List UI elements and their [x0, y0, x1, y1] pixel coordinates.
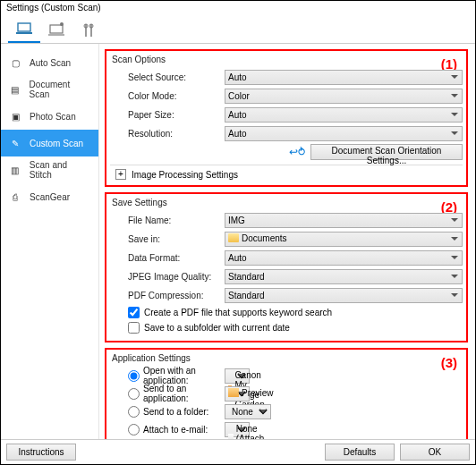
paper-size-dropdown[interactable]: Auto [225, 107, 463, 123]
sidebar-item-label: ScanGear [30, 192, 70, 202]
subfolder-date-checkbox[interactable] [128, 322, 140, 334]
annotation-3: (3) [441, 355, 457, 370]
sidebar-item-label: Document Scan [30, 80, 91, 99]
save-in-label: Save in: [110, 234, 225, 244]
pdf-keyword-search-label: Create a PDF file that supports keyword … [144, 308, 332, 317]
save-in-dropdown[interactable] [225, 232, 463, 247]
sidebar-item-document-scan[interactable]: ▤Document Scan [1, 76, 98, 103]
application-settings-title: Application Settings [110, 353, 463, 363]
sidebar-item-label: Scan and Stitch [30, 160, 91, 180]
toolbar-tab-scan-from-computer[interactable] [8, 18, 40, 43]
send-folder-label: Send to a folder: [143, 407, 208, 417]
svg-rect-2 [50, 25, 63, 33]
toolbar-tab-general[interactable] [72, 18, 105, 43]
bottom-bar: Instructions Defaults OK [1, 439, 475, 464]
instructions-button[interactable]: Instructions [6, 444, 76, 461]
open-with-dropdown[interactable] [225, 368, 250, 384]
select-source-label: Select Source: [110, 72, 225, 82]
pdf-compression-dropdown[interactable]: Standard [225, 288, 463, 303]
main-panel: (1) Scan Options Select Source:Auto Colo… [99, 44, 475, 439]
color-mode-dropdown[interactable]: Color [225, 89, 463, 104]
send-app-radio[interactable] [128, 388, 140, 400]
image-processing-label: Image Processing Settings [132, 170, 238, 180]
paper-size-label: Paper Size: [110, 110, 225, 120]
defaults-button[interactable]: Defaults [325, 444, 395, 461]
auto-scan-icon: ▢ [8, 58, 22, 68]
sidebar-item-scan-and-stitch[interactable]: ▥Scan and Stitch [1, 156, 98, 183]
open-with-label: Open with an application: [143, 366, 225, 385]
sidebar-item-label: Auto Scan [30, 58, 71, 68]
ok-button[interactable]: OK [400, 444, 470, 461]
data-format-label: Data Format: [110, 253, 225, 263]
data-format-dropdown[interactable]: Auto [225, 250, 463, 266]
sidebar-item-auto-scan[interactable]: ▢Auto Scan [1, 49, 98, 76]
send-app-label: Send to an application: [143, 384, 225, 403]
open-with-radio[interactable] [128, 370, 140, 382]
photo-scan-icon: ▣ [8, 112, 22, 122]
resolution-label: Resolution: [110, 129, 225, 139]
document-scan-icon: ▤ [8, 85, 22, 95]
sidebar: ▢Auto Scan ▤Document Scan ▣Photo Scan ✎C… [1, 44, 99, 439]
file-name-field[interactable]: IMG [225, 213, 463, 228]
toolbar [1, 17, 475, 44]
scan-stitch-icon: ▥ [8, 165, 22, 175]
select-source-dropdown[interactable]: Auto [225, 70, 463, 85]
scan-options-region: (1) Scan Options Select Source:Auto Colo… [105, 49, 468, 187]
svg-point-4 [60, 22, 64, 26]
send-app-dropdown[interactable] [225, 386, 250, 402]
orientation-settings-button[interactable]: Document Scan Orientation Settings... [310, 144, 463, 160]
scan-options-title: Scan Options [110, 55, 463, 64]
svg-rect-1 [16, 32, 32, 34]
color-mode-label: Color Mode: [110, 91, 225, 101]
send-folder-radio[interactable] [128, 406, 140, 418]
subfolder-date-label: Save to a subfolder with current date [144, 323, 290, 333]
application-settings-region: (3) Application Settings Open with an ap… [105, 348, 468, 439]
pdf-compression-label: PDF Compression: [110, 291, 225, 300]
jpeg-quality-dropdown[interactable]: Standard [225, 269, 463, 284]
sidebar-item-scangear[interactable]: ⎙ScanGear [1, 183, 98, 210]
sidebar-item-photo-scan[interactable]: ▣Photo Scan [1, 103, 98, 130]
attach-email-radio[interactable] [128, 424, 140, 435]
window-title: Settings (Custom Scan) [1, 1, 475, 17]
svg-rect-0 [18, 23, 30, 31]
sidebar-item-custom-scan[interactable]: ✎Custom Scan [1, 130, 98, 156]
custom-scan-icon: ✎ [8, 139, 22, 148]
sidebar-item-label: Custom Scan [30, 139, 83, 148]
file-name-label: File Name: [110, 216, 225, 225]
attach-email-label: Attach to e-mail: [143, 425, 208, 435]
pdf-keyword-search-checkbox[interactable] [128, 307, 140, 318]
sidebar-item-label: Photo Scan [30, 112, 76, 122]
toolbar-tab-scan-from-panel[interactable] [40, 18, 72, 43]
attach-email-dropdown[interactable] [225, 422, 250, 437]
expand-image-processing-button[interactable]: + [115, 169, 126, 180]
save-settings-title: Save Settings [110, 198, 463, 207]
scangear-icon: ⎙ [8, 192, 22, 202]
save-settings-region: (2) Save Settings File Name:IMG Save in:… [105, 192, 468, 342]
rotate-icon[interactable]: ↩⥁ [289, 146, 305, 158]
send-folder-dropdown[interactable]: None [225, 404, 271, 419]
resolution-dropdown[interactable]: Auto [225, 126, 463, 141]
jpeg-quality-label: JPEG Image Quality: [110, 272, 225, 282]
